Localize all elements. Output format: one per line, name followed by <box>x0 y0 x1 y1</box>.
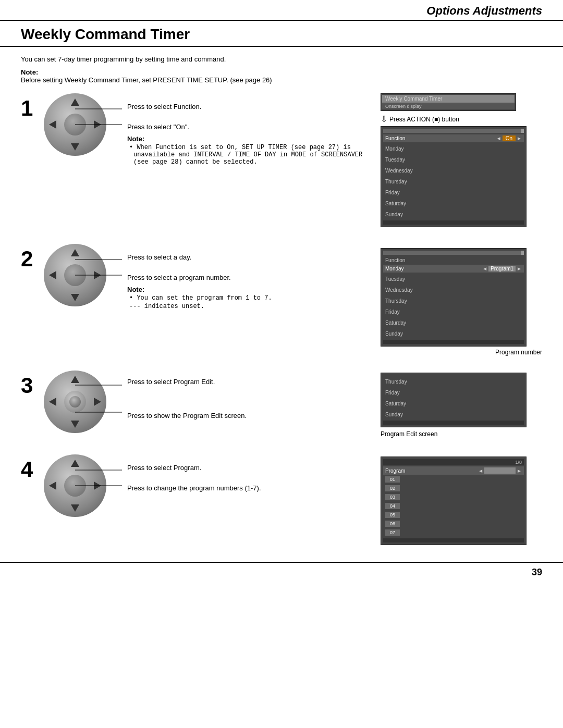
step-3-row: 3 Press to select Program Edit. Press to… <box>21 371 542 440</box>
step-1-screen-title: Weekly Command Timer <box>382 95 515 103</box>
step-1-dpad-container <box>44 93 117 156</box>
step-2-row: 2 Press to select a day. Press to select… <box>21 244 542 356</box>
dpad-down-arrow <box>71 143 79 151</box>
dpad-right-arrow <box>94 120 101 129</box>
step3-dpad-right <box>94 398 101 406</box>
header-title: Options Adjustments <box>426 4 542 17</box>
step3-dpad-up <box>71 376 79 383</box>
step-3-instr-2: Press to show the Program Edit screen. <box>127 412 370 419</box>
main-content: You can set 7-day timer programming by s… <box>0 47 563 547</box>
step-3-ui: Thursday Friday Saturday Sunday Program … <box>381 371 542 440</box>
step-2-dpad <box>44 244 106 306</box>
step-1-number: 1 <box>21 97 44 119</box>
bottom-bar: 39 <box>0 562 563 582</box>
step-2-note-label: Note: <box>127 286 370 293</box>
step-2-note-bullet-2: --- indicates unset. <box>127 303 370 310</box>
step-4-instr-1: Press to select Program. <box>127 464 370 472</box>
step-1-screen-subtitle: Onscreen display <box>382 103 515 109</box>
step-3-dpad <box>44 371 106 433</box>
step-1-note-bullet-1: • When Function is set to On, SET UP TIM… <box>127 144 370 166</box>
step-1-ui: Weekly Command Timer Onscreen display ⇩ … <box>381 93 542 229</box>
note-before-text: Before setting Weekly Command Timer, set… <box>21 76 542 84</box>
program-number-label: Program number <box>381 349 542 356</box>
program-top-label: 1/8 <box>515 460 522 465</box>
step-1-instr-1: Press to select Function. <box>127 103 370 110</box>
page-title: Weekly Command Timer <box>21 26 542 43</box>
step-3-menu-screen: Thursday Friday Saturday Sunday <box>381 373 527 427</box>
step-4-dpad-container <box>44 454 117 517</box>
step3-dpad-center-inner <box>69 396 81 408</box>
dpad-center <box>64 114 86 135</box>
intro-text: You can set 7-day timer programming by s… <box>21 55 542 63</box>
step-2-dpad-container <box>44 244 117 306</box>
dpad-left-arrow <box>49 120 56 129</box>
dpad-up-arrow <box>71 98 79 106</box>
step-4-row: 4 Press to select Program. Press to chan… <box>21 454 542 547</box>
menu-row-function-value: On <box>503 135 516 141</box>
menu-row-function-label: Function <box>385 135 405 141</box>
step3-dpad-left <box>49 398 56 406</box>
step-3-instructions: Press to select Program Edit. Press to s… <box>127 371 370 422</box>
program-edit-screen-label: Program Edit screen <box>381 430 542 438</box>
step-3-dpad-container <box>44 371 117 433</box>
step-4-program-screen: 1/8 Program ◄ ► 01 <box>381 456 527 545</box>
step3-dpad-down <box>71 421 79 428</box>
step-2-instructions: Press to select a day. Press to select a… <box>127 244 370 311</box>
step-1-press-action: ⇩ Press ACTION (■) button <box>381 114 542 124</box>
step2-dpad-up <box>71 249 79 256</box>
step-4-dpad <box>44 454 106 517</box>
step-2-note-bullet-1: • You can set the program from 1 to 7. <box>127 294 370 302</box>
step-1-instructions: Press to select Function. Press to selec… <box>127 93 370 167</box>
step-2-instr-2: Press to select a program number. <box>127 274 370 281</box>
step-1-dpad <box>44 93 106 156</box>
note-before-label: Note: <box>21 68 542 76</box>
step4-dpad-down <box>71 504 79 512</box>
step-3-number: 3 <box>21 375 44 397</box>
step2-dpad-down <box>71 294 79 301</box>
step-4-number: 4 <box>21 459 44 480</box>
step-1-menu-screen: Function ◄ On ► Monday Tuesday <box>381 126 527 227</box>
step4-dpad-up <box>71 460 79 467</box>
step-1-top-screen: Weekly Command Timer Onscreen display <box>381 93 516 111</box>
page-title-section: Weekly Command Timer <box>0 21 563 47</box>
step2-dpad-right <box>94 271 101 279</box>
page-number: 39 <box>532 567 542 578</box>
step-2-instr-1: Press to select a day. <box>127 253 370 261</box>
step4-dpad-left <box>49 482 56 490</box>
step-3-instr-1: Press to select Program Edit. <box>127 378 370 386</box>
step3-dpad-center-btn <box>64 391 86 413</box>
step-4-ui: 1/8 Program ◄ ► 01 <box>381 454 542 547</box>
step4-dpad-center <box>64 475 86 497</box>
step-2-number: 2 <box>21 248 44 270</box>
step-1-instr-2: Press to select "On". <box>127 123 370 131</box>
step4-dpad-right <box>94 482 101 490</box>
step-2-menu-screen: Function Monday ◄ Program1 ► Tuesday Wed… <box>381 248 527 347</box>
step2-dpad-left <box>49 271 56 279</box>
step-1-row: 1 Press to select Function. Press to sel… <box>21 93 542 229</box>
header-bar: Options Adjustments <box>0 0 563 21</box>
step-2-ui: Function Monday ◄ Program1 ► Tuesday Wed… <box>381 244 542 356</box>
step-4-instructions: Press to select Program. Press to change… <box>127 454 370 494</box>
step2-dpad-center <box>64 264 86 286</box>
step-4-instr-2: Press to change the program numbers (1-7… <box>127 484 370 492</box>
step-1-note-label: Note: <box>127 135 370 143</box>
